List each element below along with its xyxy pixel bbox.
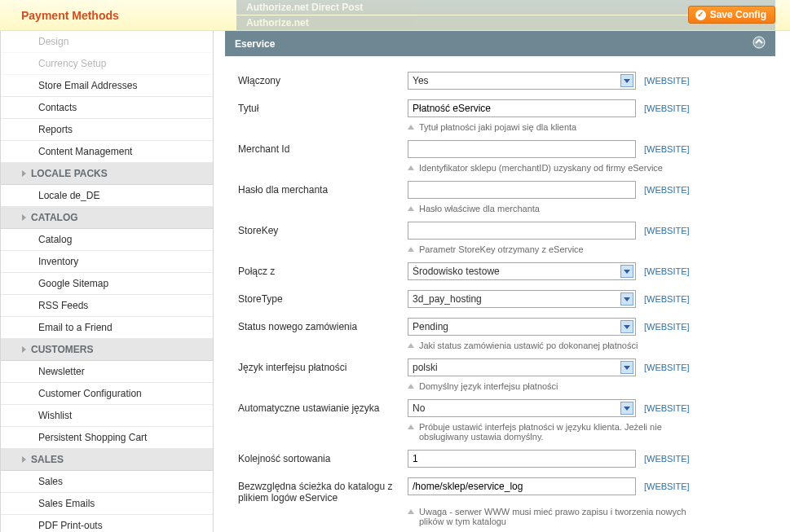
sidebar-item-newsletter[interactable]: Newsletter: [1, 361, 213, 383]
sidebar-item-reports[interactable]: Reports: [1, 119, 213, 141]
scope-password[interactable]: [WEBSITE]: [644, 185, 690, 195]
chevron-down-icon: [620, 74, 633, 87]
sidebar-item-currency[interactable]: Currency Setup: [1, 53, 213, 75]
label-orderstat: Status nowego zamówienia: [238, 318, 408, 332]
sidebar-header-catalog[interactable]: CATALOG: [1, 207, 213, 229]
hint-merchant: Identyfikator sklepu (merchantID) uzyska…: [408, 163, 701, 173]
chevron-down-icon: [620, 402, 633, 415]
select-connect[interactable]: Środowisko testowe: [408, 262, 636, 280]
sidebar-header-customers[interactable]: CUSTOMERS: [1, 339, 213, 361]
label-logpath: Bezwzględna ścieżka do katalogu z plikie…: [238, 477, 408, 503]
label-connect: Połącz z: [238, 262, 408, 277]
select-storetype[interactable]: 3d_pay_hosting: [408, 290, 636, 308]
chevron-down-icon: [620, 292, 633, 306]
hint-logpath: Uwaga - serwer WWW musi mieć prawo zapis…: [408, 507, 701, 526]
input-sort[interactable]: [408, 450, 636, 468]
page-title: Payment Methods: [21, 9, 119, 22]
scope-storetype[interactable]: [WEBSITE]: [644, 294, 690, 304]
hint-lang: Domyślny język interfejsu płatności: [408, 381, 701, 391]
label-password: Hasło dla merchanta: [238, 181, 408, 196]
input-logpath[interactable]: [408, 477, 636, 495]
save-config-button[interactable]: ✓ Save Config: [688, 6, 775, 24]
chevron-right-icon: [22, 214, 26, 221]
hint-autolang: Próbuje ustawić interfejs płatności w ję…: [408, 422, 701, 442]
label-enabled: Włączony: [238, 72, 408, 86]
scope-storekey[interactable]: [WEBSITE]: [644, 226, 690, 235]
hint-orderstat: Jaki status zamówienia ustawić po dokona…: [408, 341, 701, 350]
select-autolang[interactable]: No: [408, 399, 636, 417]
sidebar-item-wishlist[interactable]: Wishlist: [1, 405, 213, 427]
label-lang: Język interfejsu płatności: [238, 358, 408, 373]
chevron-down-icon: [620, 265, 633, 278]
select-lang[interactable]: polski: [408, 358, 636, 376]
label-storekey: StoreKey: [238, 222, 408, 236]
sidebar-item-custconfig[interactable]: Customer Configuration: [1, 383, 213, 405]
select-enabled[interactable]: Yes: [408, 72, 636, 90]
label-merchant: Merchant Id: [238, 140, 408, 155]
label-sort: Kolejność sortowania: [238, 450, 408, 464]
collapse-icon: [752, 36, 766, 51]
sidebar-item-content-mgmt[interactable]: Content Management: [1, 141, 213, 163]
sidebar-item-persistcart[interactable]: Persistent Shopping Cart: [1, 427, 213, 449]
scope-lang[interactable]: [WEBSITE]: [644, 363, 690, 372]
hint-storekey: Parametr StoreKey otrzymany z eService: [408, 244, 701, 254]
label-storetype: StoreType: [238, 290, 408, 305]
label-autolang: Automatyczne ustawianie języka: [238, 399, 408, 414]
sidebar-item-contacts[interactable]: Contacts: [1, 97, 213, 119]
scope-orderstat[interactable]: [WEBSITE]: [644, 322, 690, 332]
accordion-eservice[interactable]: Eservice: [225, 31, 775, 56]
chevron-right-icon: [22, 170, 26, 177]
sidebar-item-inventory[interactable]: Inventory: [1, 251, 213, 273]
svg-point-0: [753, 37, 765, 48]
scope-autolang[interactable]: [WEBSITE]: [644, 403, 690, 413]
input-storekey[interactable]: [408, 222, 636, 240]
sidebar-item-catalog[interactable]: Catalog: [1, 229, 213, 251]
scope-logpath[interactable]: [WEBSITE]: [644, 481, 690, 491]
input-title[interactable]: [408, 99, 636, 117]
sidebar-item-store-email[interactable]: Store Email Addresses: [1, 75, 213, 97]
sidebar-item-sales[interactable]: Sales: [1, 471, 213, 493]
sidebar-item-pdf[interactable]: PDF Print-outs: [1, 515, 213, 532]
input-merchant[interactable]: [408, 140, 636, 158]
chevron-down-icon: [620, 320, 633, 333]
scope-merchant[interactable]: [WEBSITE]: [644, 144, 690, 154]
sidebar-item-design[interactable]: Design: [1, 31, 213, 53]
eservice-panel: Włączony Yes [WEBSITE] Tytuł [WEBSITE] T…: [225, 57, 775, 532]
sidebar-header-sales[interactable]: SALES: [1, 449, 213, 471]
chevron-down-icon: [620, 361, 633, 374]
page-title-row: Payment Methods: [0, 0, 214, 31]
sidebar-item-emailfriend[interactable]: Email to a Friend: [1, 317, 213, 339]
scope-title[interactable]: [WEBSITE]: [644, 103, 690, 113]
label-title: Tytuł: [238, 99, 408, 114]
sidebar: Design Currency Setup Store Email Addres…: [0, 31, 214, 532]
check-icon: ✓: [695, 10, 706, 20]
sidebar-item-salesemails[interactable]: Sales Emails: [1, 493, 213, 515]
scope-connect[interactable]: [WEBSITE]: [644, 266, 690, 276]
select-orderstat[interactable]: Pending: [408, 318, 636, 336]
hint-title: Tytuł płatności jaki pojawi się dla klie…: [408, 122, 701, 132]
input-password[interactable]: [408, 181, 636, 199]
chevron-right-icon: [22, 456, 26, 463]
chevron-right-icon: [22, 346, 26, 353]
hint-password: Hasło właściwe dla merchanta: [408, 204, 701, 213]
sidebar-item-locale-de[interactable]: Locale de_DE: [1, 185, 213, 207]
sidebar-item-gsitemap[interactable]: Google Sitemap: [1, 273, 213, 295]
sidebar-header-locale[interactable]: LOCALE PACKS: [1, 163, 213, 185]
scope-enabled[interactable]: [WEBSITE]: [644, 76, 690, 86]
sidebar-item-rss[interactable]: RSS Feeds: [1, 295, 213, 317]
scope-sort[interactable]: [WEBSITE]: [644, 454, 690, 464]
